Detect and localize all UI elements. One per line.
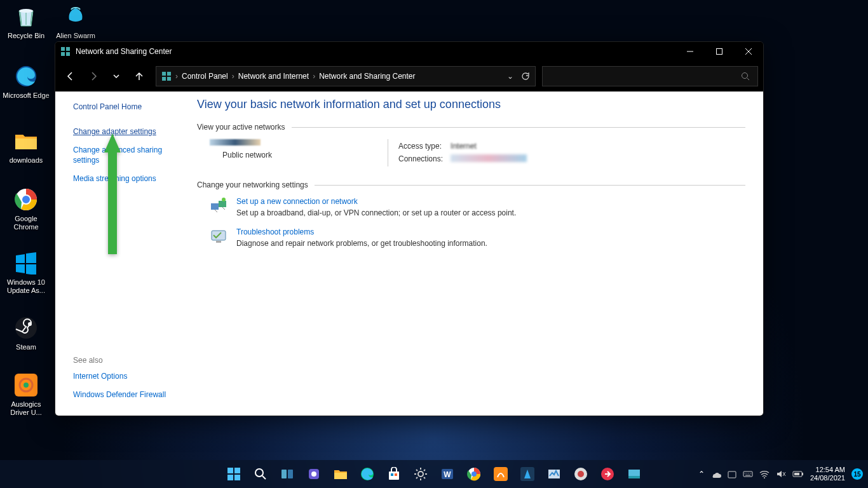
desktop-icon-edge[interactable]: Microsoft Edge (3, 64, 50, 100)
access-type-label: Access type: (398, 140, 449, 152)
refresh-icon[interactable] (521, 72, 530, 81)
app5-button[interactable] (595, 462, 620, 486)
svg-rect-21 (219, 201, 226, 207)
edge-button[interactable] (355, 462, 379, 486)
setup-connection-link[interactable]: Set up a new connection or network (236, 197, 516, 206)
breadcrumb-item[interactable]: Network and Internet (238, 72, 309, 81)
control-panel-home-link[interactable]: Control Panel Home (73, 102, 172, 112)
desktop-icon-downloads[interactable]: downloads (3, 128, 50, 165)
connection-redacted[interactable] (451, 154, 527, 162)
app4-button[interactable] (569, 462, 593, 486)
svg-point-33 (311, 471, 316, 477)
app6-button[interactable] (622, 462, 646, 486)
sidebar: Control Panel Home Change adapter settin… (55, 92, 179, 416)
change-adapter-settings-link[interactable]: Change adapter settings (73, 126, 172, 137)
setup-connection-icon (210, 197, 227, 215)
time: 12:54 AM (810, 466, 845, 474)
chrome-button[interactable] (462, 462, 486, 486)
date: 24/08/2021 (810, 474, 845, 482)
svg-rect-35 (389, 471, 399, 480)
app1-button[interactable] (489, 462, 513, 486)
word-button[interactable]: W (435, 462, 459, 486)
navbar: › Control Panel › Network and Internet ›… (55, 61, 763, 92)
search-button[interactable] (248, 462, 273, 486)
notification-badge[interactable]: 15 (851, 468, 863, 480)
svg-point-9 (24, 383, 29, 388)
alien-icon (63, 4, 88, 29)
svg-point-53 (764, 477, 765, 478)
task-view-button[interactable] (275, 462, 299, 486)
troubleshoot-link[interactable]: Troubleshoot problems (236, 227, 487, 236)
breadcrumb-item[interactable]: Control Panel (182, 72, 228, 81)
forward-button[interactable] (83, 66, 104, 86)
desktop-icon-recycle-bin[interactable]: Recycle Bin (3, 4, 50, 40)
media-streaming-options-link[interactable]: Media streaming options (73, 173, 172, 184)
app2-button[interactable] (515, 462, 539, 486)
main-panel: View your basic network information and … (179, 92, 763, 416)
store-button[interactable] (382, 462, 406, 486)
svg-point-22 (222, 198, 226, 201)
svg-rect-28 (234, 475, 240, 480)
desktop-icon-win10-update[interactable]: Windows 10 Update As... (3, 250, 50, 295)
app-icon (60, 46, 71, 57)
search-input[interactable] (542, 66, 758, 86)
desktop-icon-chrome[interactable]: Google Chrome (3, 187, 50, 231)
maximize-button[interactable] (705, 42, 734, 61)
internet-options-link[interactable]: Internet Options (73, 371, 166, 382)
start-button[interactable] (222, 462, 246, 486)
svg-point-0 (19, 9, 33, 13)
address-bar[interactable]: › Control Panel › Network and Internet ›… (156, 66, 536, 86)
svg-rect-26 (234, 468, 240, 473)
svg-point-42 (471, 471, 477, 477)
explorer-button[interactable] (329, 462, 353, 486)
keyboard-icon[interactable] (743, 470, 753, 478)
troubleshoot-icon (210, 227, 227, 245)
change-advanced-sharing-link[interactable]: Change advanced sharing settings (73, 145, 172, 166)
troubleshoot-desc: Diagnose and repair network problems, or… (236, 239, 487, 248)
desktop-icon-alien-swarm[interactable]: Alien Swarm (52, 4, 99, 40)
see-also-header: See also (73, 356, 166, 365)
svg-rect-13 (66, 52, 70, 56)
svg-rect-17 (162, 77, 166, 81)
svg-rect-14 (717, 49, 722, 55)
panel-icon (161, 71, 172, 81)
window-title: Network and Sharing Center (76, 47, 172, 56)
svg-rect-31 (288, 470, 293, 478)
app-tray-icon[interactable] (728, 470, 736, 478)
recent-button[interactable] (106, 66, 126, 86)
svg-rect-24 (216, 241, 221, 243)
svg-text:W: W (444, 470, 451, 479)
titlebar[interactable]: Network and Sharing Center (55, 42, 763, 61)
close-button[interactable] (734, 42, 763, 61)
wifi-icon[interactable] (759, 470, 770, 478)
settings-button[interactable] (409, 462, 433, 486)
svg-rect-36 (391, 473, 393, 476)
chevron-down-icon[interactable]: ⌄ (507, 72, 513, 81)
svg-rect-55 (802, 473, 803, 475)
up-button[interactable] (129, 66, 149, 86)
svg-rect-10 (61, 47, 65, 51)
tray-chevron-up-icon[interactable]: ⌃ (698, 470, 705, 478)
svg-point-38 (418, 471, 423, 477)
chrome-icon (13, 187, 39, 212)
svg-rect-25 (227, 468, 233, 473)
battery-icon[interactable] (792, 470, 804, 478)
active-networks-legend: View your active networks (197, 123, 745, 132)
svg-rect-56 (794, 473, 799, 475)
clock[interactable]: 12:54 AM 24/08/2021 (810, 466, 845, 482)
breadcrumb-item[interactable]: Network and Sharing Center (319, 72, 415, 81)
desktop-icon-steam[interactable]: Steam (3, 315, 50, 351)
volume-icon[interactable] (776, 470, 786, 478)
svg-point-19 (742, 73, 748, 79)
back-button[interactable] (60, 66, 81, 86)
svg-point-6 (28, 322, 32, 326)
minimize-button[interactable] (675, 42, 705, 61)
defender-firewall-link[interactable]: Windows Defender Firewall (73, 390, 166, 400)
onedrive-icon[interactable] (711, 470, 721, 478)
app3-button[interactable] (542, 462, 566, 486)
widgets-button[interactable] (302, 462, 326, 486)
taskbar[interactable]: W ⌃ 12:54 AM 24/08/2021 15 (0, 460, 868, 488)
steam-icon (13, 315, 39, 341)
svg-rect-27 (227, 475, 233, 480)
desktop-icon-auslogics[interactable]: Auslogics Driver U... (3, 372, 50, 417)
